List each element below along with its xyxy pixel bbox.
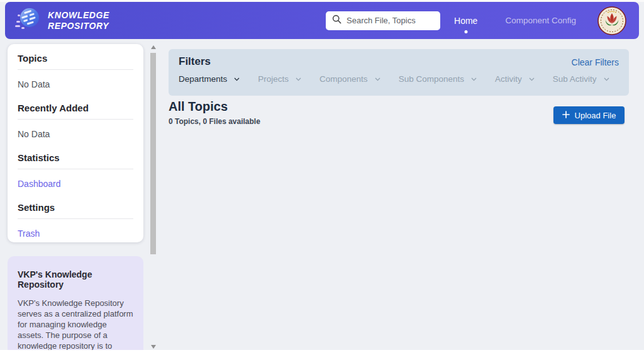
sidebar-section-settings: Settings Trash [18, 202, 133, 252]
scrollbar-thumb[interactable] [150, 53, 156, 254]
repository-info-card: VKP's Knowledge Repository VKP's Knowled… [8, 256, 143, 355]
home-active-dot [464, 30, 467, 33]
chevron-down-icon [471, 77, 477, 81]
search-icon [332, 14, 341, 26]
filters-panel: Filters Clear Filters Departments Projec… [169, 49, 629, 96]
logo-title: KNOWLEDGE REPOSITORY [48, 10, 109, 31]
chevron-down-icon [234, 77, 240, 81]
sidebar-item-trash[interactable]: Trash [18, 219, 133, 252]
nav-home[interactable]: Home [450, 16, 481, 26]
dropdown-activity[interactable]: Activity [495, 74, 535, 84]
clear-filters-link[interactable]: Clear Filters [572, 57, 619, 67]
dropdown-sub-activity-label: Sub Activity [553, 74, 597, 84]
top-edge [0, 0, 644, 2]
app-header: KNOWLEDGE REPOSITORY Home Component Conf… [5, 2, 639, 39]
dropdown-components-label: Components [319, 74, 368, 84]
search-box [326, 11, 440, 30]
upload-file-label: Upload File [575, 111, 616, 120]
sidebar-heading-topics: Topics [18, 53, 133, 70]
sidebar-heading-statistics: Statistics [18, 152, 133, 169]
org-emblem-avatar[interactable] [597, 6, 626, 35]
chevron-down-icon [529, 77, 535, 81]
logo-title-line2: REPOSITORY [48, 21, 109, 31]
knowledge-repository-app: KNOWLEDGE REPOSITORY Home Component Conf… [0, 0, 644, 355]
logo-title-line1: KNOWLEDGE [48, 10, 109, 21]
info-card-title: VKP's Knowledge Repository [18, 269, 133, 290]
filters-title: Filters [179, 55, 211, 68]
app-logo[interactable]: KNOWLEDGE REPOSITORY [14, 6, 109, 36]
sidebar-section-topics: Topics No Data [18, 53, 133, 103]
scroll-down-arrow-icon[interactable] [151, 345, 156, 349]
info-card-body: VKP's Knowledge Repository serves as a c… [18, 298, 133, 355]
page-title: All Topics [169, 99, 228, 114]
dropdown-projects[interactable]: Projects [258, 74, 301, 84]
sidebar-topics-empty: No Data [18, 70, 133, 103]
upload-file-button[interactable]: Upload File [553, 106, 625, 124]
dropdown-departments-label: Departments [179, 74, 227, 84]
dropdown-sub-activity[interactable]: Sub Activity [553, 74, 609, 84]
chevron-down-icon [296, 77, 301, 81]
dropdown-sub-components-label: Sub Components [399, 74, 464, 84]
sidebar-recently-added-empty: No Data [18, 120, 133, 152]
topics-count-summary: 0 Topics, 0 Files available [169, 117, 260, 126]
dropdown-departments[interactable]: Departments [179, 74, 240, 84]
search-input[interactable] [347, 16, 434, 25]
dropdown-projects-label: Projects [258, 74, 289, 84]
nav-home-label: Home [454, 16, 477, 26]
chevron-down-icon [375, 77, 380, 81]
filters-dropdown-row: Departments Projects Components Sub Comp… [179, 74, 619, 84]
scroll-up-arrow-icon[interactable] [151, 45, 156, 49]
plus-icon [562, 111, 570, 120]
sidebar-section-recently-added: Recently Added No Data [18, 103, 133, 152]
dropdown-components[interactable]: Components [319, 74, 380, 84]
chevron-down-icon [604, 77, 609, 81]
globe-logo-icon [14, 6, 42, 36]
bottom-edge [0, 350, 644, 355]
dropdown-sub-components[interactable]: Sub Components [399, 74, 477, 84]
nav-component-config[interactable]: Component Config [505, 16, 576, 25]
sidebar-item-dashboard[interactable]: Dashboard [18, 169, 133, 202]
sidebar-heading-recently-added: Recently Added [18, 103, 133, 120]
dropdown-activity-label: Activity [495, 74, 522, 84]
sidebar-heading-settings: Settings [18, 202, 133, 219]
sidebar-section-statistics: Statistics Dashboard [18, 152, 133, 202]
sidebar-card: Topics No Data Recently Added No Data St… [8, 44, 143, 242]
sidebar-scrollbar[interactable] [150, 45, 157, 349]
